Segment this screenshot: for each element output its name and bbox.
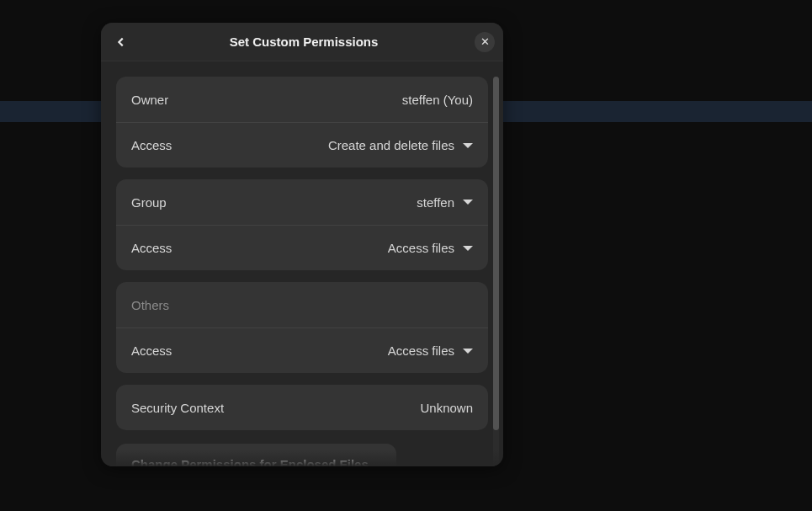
group-access-label: Access [131,241,172,255]
chevron-down-icon [463,246,473,251]
chevron-down-icon [463,143,473,148]
group-access-value: Access files [388,241,454,255]
owner-section: Owner steffen (You) Access Create and de… [116,77,488,168]
close-icon: ✕ [480,36,490,47]
owner-access-label: Access [131,138,172,152]
owner-access-value: Create and delete files [328,138,454,152]
group-access-row[interactable]: Access Access files [116,225,488,270]
scrollbar-thumb[interactable] [493,77,499,430]
owner-label: Owner [131,93,168,107]
owner-value-wrap: steffen (You) [402,93,473,107]
owner-row: Owner steffen (You) [116,77,488,122]
group-access-dropdown[interactable]: Access files [388,241,473,255]
others-access-value: Access files [388,343,454,358]
security-row: Security Context Unknown [116,385,488,430]
owner-access-row[interactable]: Access Create and delete files [116,122,488,168]
group-label: Group [131,195,167,210]
chevron-down-icon [463,349,473,354]
owner-value: steffen (You) [402,93,473,107]
security-value-wrap: Unknown [420,401,473,415]
dialog-body: Owner steffen (You) Access Create and de… [101,61,503,466]
others-access-label: Access [131,343,172,358]
group-dropdown[interactable]: steffen [417,195,473,210]
chevron-down-icon [463,200,473,205]
change-enclosed-label: Change Permissions for Enclosed Files… [131,457,381,466]
permissions-dialog: Set Custom Permissions ✕ Owner steffen (… [101,23,503,466]
chevron-left-icon [115,36,127,48]
security-section: Security Context Unknown [116,385,488,430]
group-value: steffen [417,195,454,210]
others-access-dropdown[interactable]: Access files [388,343,473,358]
close-button[interactable]: ✕ [475,32,495,52]
others-label: Others [131,298,169,312]
dialog-header: Set Custom Permissions ✕ [101,23,503,61]
change-enclosed-button[interactable]: Change Permissions for Enclosed Files… [116,444,396,466]
others-row: Others [116,282,488,327]
back-button[interactable] [109,30,133,54]
security-label: Security Context [131,401,224,415]
dialog-title: Set Custom Permissions [133,35,475,49]
others-access-row[interactable]: Access Access files [116,327,488,373]
security-value: Unknown [420,401,473,415]
group-row[interactable]: Group steffen [116,179,488,225]
others-section: Others Access Access files [116,282,488,373]
owner-access-dropdown[interactable]: Create and delete files [328,138,473,152]
group-section: Group steffen Access Access files [116,179,488,270]
